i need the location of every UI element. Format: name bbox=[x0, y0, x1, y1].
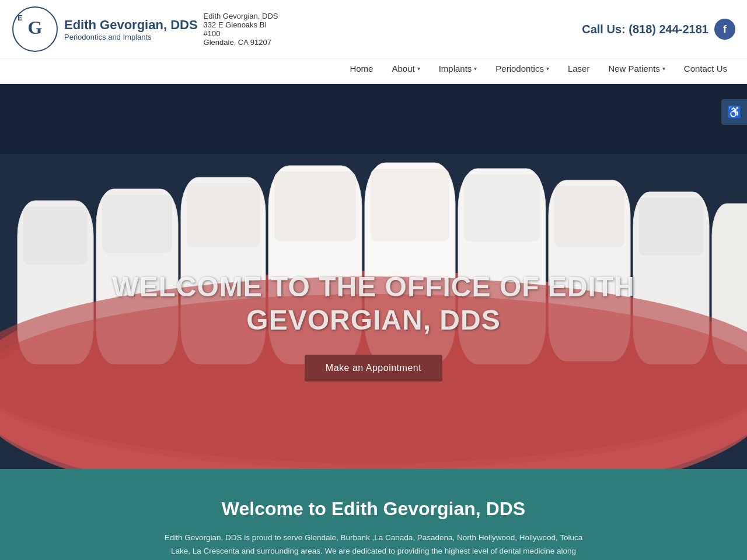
nav-about-label: About bbox=[392, 64, 414, 74]
accessibility-button[interactable]: ♿ bbox=[721, 99, 747, 125]
nav-new-patients-label: New Patients bbox=[608, 64, 659, 74]
header: G E Edith Gevorgian, DDS Periodontics an… bbox=[0, 0, 747, 59]
hero-content: WELCOME TO THE OFFICE OF EDITH GEVORGIAN… bbox=[0, 270, 747, 382]
nav-new-patients[interactable]: New Patients ▾ bbox=[600, 59, 673, 78]
address-area: Edith Gevorgian, DDS 332 E Glenoaks Bl #… bbox=[198, 12, 582, 47]
nav-home-label: Home bbox=[350, 64, 373, 74]
hero-title-line1: WELCOME TO THE OFFICE OF EDITH bbox=[112, 271, 635, 302]
logo-text: Edith Gevorgian, DDS Periodontics and Im… bbox=[64, 18, 198, 41]
new-patients-caret-icon: ▾ bbox=[662, 65, 665, 72]
logo-icon: G E bbox=[12, 6, 58, 52]
call-area: Call Us: (818) 244-2181 f bbox=[582, 19, 735, 40]
welcome-body: Edith Gevorgian, DDS is proud to serve G… bbox=[163, 531, 584, 560]
svg-rect-9 bbox=[102, 195, 172, 253]
svg-text:E: E bbox=[18, 13, 23, 22]
about-caret-icon: ▾ bbox=[417, 65, 420, 72]
nav-about[interactable]: About ▾ bbox=[383, 59, 428, 78]
nav-contact-us-label: Contact Us bbox=[684, 64, 727, 74]
svg-rect-15 bbox=[371, 169, 449, 242]
hero-title: WELCOME TO THE OFFICE OF EDITH GEVORGIAN… bbox=[0, 270, 747, 337]
nav-periodontics[interactable]: Periodontics ▾ bbox=[487, 59, 557, 78]
main-nav: Home About ▾ Implants ▾ Periodontics ▾ L… bbox=[0, 59, 747, 84]
svg-rect-7 bbox=[23, 206, 88, 265]
nav-home[interactable]: Home bbox=[341, 59, 381, 78]
svg-rect-11 bbox=[187, 183, 260, 247]
nav-implants[interactable]: Implants ▾ bbox=[431, 59, 486, 78]
address-line3: #100 bbox=[204, 29, 582, 38]
address-line1: Edith Gevorgian, DDS bbox=[204, 12, 582, 20]
hero-button-area: Make an Appointment bbox=[0, 355, 747, 382]
nav-laser[interactable]: Laser bbox=[560, 59, 598, 78]
call-label[interactable]: Call Us: (818) 244-2181 bbox=[582, 23, 708, 36]
nav-implants-label: Implants bbox=[439, 64, 472, 74]
svg-rect-17 bbox=[464, 174, 540, 242]
hero-title-line2: GEVORGIAN, DDS bbox=[246, 304, 500, 335]
logo-name: Edith Gevorgian, DDS bbox=[64, 18, 198, 33]
nav-contact-us[interactable]: Contact Us bbox=[676, 59, 735, 78]
nav-periodontics-label: Periodontics bbox=[495, 64, 544, 74]
welcome-heading: Welcome to Edith Gevorgian, DDS bbox=[93, 498, 654, 520]
appointment-button[interactable]: Make an Appointment bbox=[305, 355, 442, 382]
welcome-section: Welcome to Edith Gevorgian, DDS Edith Ge… bbox=[0, 469, 747, 560]
svg-rect-13 bbox=[274, 172, 356, 242]
address-line2: 332 E Glenoaks Bl bbox=[204, 20, 582, 29]
hero-section: WELCOME TO THE OFFICE OF EDITH GEVORGIAN… bbox=[0, 84, 747, 469]
svg-rect-25 bbox=[0, 84, 747, 154]
implants-caret-icon: ▾ bbox=[474, 65, 477, 72]
svg-text:G: G bbox=[28, 17, 43, 38]
logo-subtitle: Periodontics and Implants bbox=[64, 33, 198, 41]
svg-rect-21 bbox=[639, 198, 703, 256]
nav-laser-label: Laser bbox=[568, 64, 590, 74]
logo-area: G E Edith Gevorgian, DDS Periodontics an… bbox=[12, 6, 198, 52]
facebook-icon[interactable]: f bbox=[714, 19, 735, 40]
address-line4: Glendale, CA 91207 bbox=[204, 38, 582, 47]
periodontics-caret-icon: ▾ bbox=[546, 65, 549, 72]
svg-rect-19 bbox=[554, 186, 624, 247]
accessibility-icon: ♿ bbox=[727, 105, 742, 119]
